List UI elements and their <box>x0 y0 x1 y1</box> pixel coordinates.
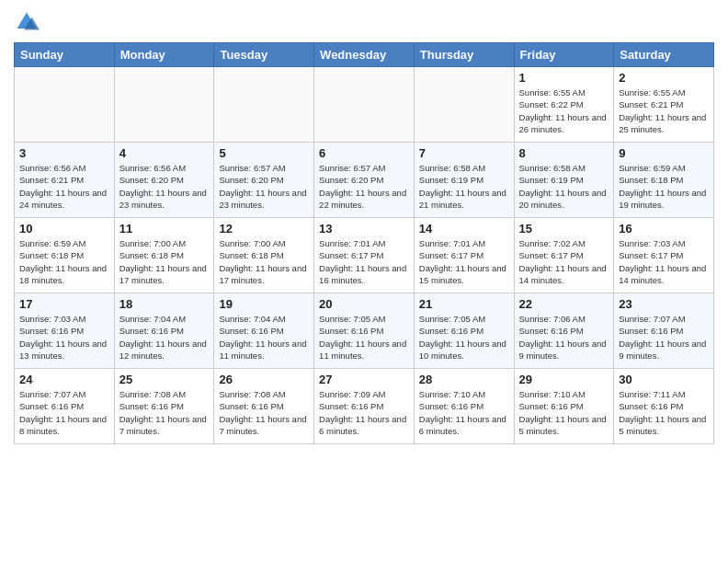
calendar-cell: 8Sunrise: 6:58 AM Sunset: 6:19 PM Daylig… <box>514 143 614 218</box>
calendar-cell: 29Sunrise: 7:10 AM Sunset: 6:16 PM Dayli… <box>514 369 614 444</box>
calendar-cell: 17Sunrise: 7:03 AM Sunset: 6:16 PM Dayli… <box>15 293 115 369</box>
calendar-header-row: SundayMondayTuesdayWednesdayThursdayFrid… <box>15 43 714 67</box>
calendar-cell: 24Sunrise: 7:07 AM Sunset: 6:16 PM Dayli… <box>15 369 115 444</box>
day-info: Sunrise: 6:57 AM Sunset: 6:20 PM Dayligh… <box>219 162 309 211</box>
calendar-cell: 10Sunrise: 6:59 AM Sunset: 6:18 PM Dayli… <box>15 218 115 293</box>
day-info: Sunrise: 7:00 AM Sunset: 6:18 PM Dayligh… <box>119 237 210 286</box>
day-number: 16 <box>619 222 709 236</box>
calendar-cell: 13Sunrise: 7:01 AM Sunset: 6:17 PM Dayli… <box>314 218 415 293</box>
day-info: Sunrise: 7:07 AM Sunset: 6:16 PM Dayligh… <box>619 313 709 362</box>
calendar-cell <box>314 67 415 143</box>
day-info: Sunrise: 7:10 AM Sunset: 6:16 PM Dayligh… <box>519 388 609 437</box>
calendar-cell: 27Sunrise: 7:09 AM Sunset: 6:16 PM Dayli… <box>314 369 415 444</box>
calendar-cell: 18Sunrise: 7:04 AM Sunset: 6:16 PM Dayli… <box>114 293 214 369</box>
calendar-header-thursday: Thursday <box>414 43 514 67</box>
calendar-header-monday: Monday <box>114 43 214 67</box>
day-number: 23 <box>619 297 709 311</box>
calendar-cell: 4Sunrise: 6:56 AM Sunset: 6:20 PM Daylig… <box>114 143 214 218</box>
day-info: Sunrise: 7:08 AM Sunset: 6:16 PM Dayligh… <box>119 388 210 437</box>
day-info: Sunrise: 7:05 AM Sunset: 6:16 PM Dayligh… <box>419 313 509 362</box>
day-number: 11 <box>119 222 210 236</box>
day-info: Sunrise: 7:00 AM Sunset: 6:18 PM Dayligh… <box>219 237 309 286</box>
day-info: Sunrise: 6:55 AM Sunset: 6:21 PM Dayligh… <box>619 86 709 135</box>
calendar-week-3: 10Sunrise: 6:59 AM Sunset: 6:18 PM Dayli… <box>15 218 714 293</box>
calendar-week-4: 17Sunrise: 7:03 AM Sunset: 6:16 PM Dayli… <box>15 293 714 369</box>
day-info: Sunrise: 7:08 AM Sunset: 6:16 PM Dayligh… <box>219 388 309 437</box>
day-number: 3 <box>19 146 109 160</box>
day-number: 21 <box>419 297 509 311</box>
calendar-cell: 21Sunrise: 7:05 AM Sunset: 6:16 PM Dayli… <box>414 293 514 369</box>
calendar-cell: 19Sunrise: 7:04 AM Sunset: 6:16 PM Dayli… <box>214 293 314 369</box>
day-info: Sunrise: 6:56 AM Sunset: 6:20 PM Dayligh… <box>119 162 210 211</box>
day-info: Sunrise: 7:06 AM Sunset: 6:16 PM Dayligh… <box>519 313 609 362</box>
day-number: 8 <box>519 146 609 160</box>
calendar-cell <box>114 67 214 143</box>
day-info: Sunrise: 6:56 AM Sunset: 6:21 PM Dayligh… <box>19 162 109 211</box>
day-info: Sunrise: 7:11 AM Sunset: 6:16 PM Dayligh… <box>619 388 709 437</box>
day-number: 7 <box>419 146 509 160</box>
day-number: 25 <box>119 373 210 386</box>
calendar-cell: 1Sunrise: 6:55 AM Sunset: 6:22 PM Daylig… <box>514 67 614 143</box>
day-number: 20 <box>319 297 409 311</box>
day-info: Sunrise: 7:04 AM Sunset: 6:16 PM Dayligh… <box>219 313 309 362</box>
day-number: 6 <box>319 146 409 160</box>
calendar-cell: 11Sunrise: 7:00 AM Sunset: 6:18 PM Dayli… <box>114 218 214 293</box>
calendar-header-sunday: Sunday <box>15 43 115 67</box>
day-number: 19 <box>219 297 309 311</box>
calendar-header-wednesday: Wednesday <box>314 43 415 67</box>
page-container: SundayMondayTuesdayWednesdayThursdayFrid… <box>0 0 728 454</box>
calendar-cell: 5Sunrise: 6:57 AM Sunset: 6:20 PM Daylig… <box>214 143 314 218</box>
day-number: 24 <box>19 373 109 386</box>
header <box>14 9 714 35</box>
day-info: Sunrise: 7:03 AM Sunset: 6:17 PM Dayligh… <box>619 237 709 286</box>
day-number: 1 <box>519 71 609 85</box>
calendar-cell: 28Sunrise: 7:10 AM Sunset: 6:16 PM Dayli… <box>414 369 514 444</box>
day-number: 17 <box>19 297 109 311</box>
calendar-week-5: 24Sunrise: 7:07 AM Sunset: 6:16 PM Dayli… <box>15 369 714 444</box>
day-info: Sunrise: 7:01 AM Sunset: 6:17 PM Dayligh… <box>319 237 409 286</box>
day-number: 5 <box>219 146 309 160</box>
day-number: 13 <box>319 222 409 236</box>
day-info: Sunrise: 6:57 AM Sunset: 6:20 PM Dayligh… <box>319 162 409 211</box>
calendar-cell <box>214 67 314 143</box>
calendar-cell: 16Sunrise: 7:03 AM Sunset: 6:17 PM Dayli… <box>614 218 714 293</box>
day-info: Sunrise: 6:58 AM Sunset: 6:19 PM Dayligh… <box>419 162 509 211</box>
calendar-cell: 22Sunrise: 7:06 AM Sunset: 6:16 PM Dayli… <box>514 293 614 369</box>
calendar-cell: 9Sunrise: 6:59 AM Sunset: 6:18 PM Daylig… <box>614 143 714 218</box>
calendar-cell: 15Sunrise: 7:02 AM Sunset: 6:17 PM Dayli… <box>514 218 614 293</box>
day-info: Sunrise: 6:59 AM Sunset: 6:18 PM Dayligh… <box>619 162 709 211</box>
day-info: Sunrise: 7:03 AM Sunset: 6:16 PM Dayligh… <box>19 313 109 362</box>
day-number: 14 <box>419 222 509 236</box>
day-info: Sunrise: 7:09 AM Sunset: 6:16 PM Dayligh… <box>319 388 409 437</box>
day-info: Sunrise: 7:01 AM Sunset: 6:17 PM Dayligh… <box>419 237 509 286</box>
calendar-header-friday: Friday <box>514 43 614 67</box>
day-info: Sunrise: 6:55 AM Sunset: 6:22 PM Dayligh… <box>519 86 609 135</box>
day-info: Sunrise: 6:58 AM Sunset: 6:19 PM Dayligh… <box>519 162 609 211</box>
day-number: 2 <box>619 71 709 85</box>
calendar-cell: 3Sunrise: 6:56 AM Sunset: 6:21 PM Daylig… <box>15 143 115 218</box>
day-number: 22 <box>519 297 609 311</box>
logo-icon <box>14 9 40 35</box>
calendar-cell: 20Sunrise: 7:05 AM Sunset: 6:16 PM Dayli… <box>314 293 415 369</box>
day-info: Sunrise: 7:02 AM Sunset: 6:17 PM Dayligh… <box>519 237 609 286</box>
day-info: Sunrise: 7:10 AM Sunset: 6:16 PM Dayligh… <box>419 388 509 437</box>
calendar-cell: 2Sunrise: 6:55 AM Sunset: 6:21 PM Daylig… <box>614 67 714 143</box>
calendar-cell: 26Sunrise: 7:08 AM Sunset: 6:16 PM Dayli… <box>214 369 314 444</box>
calendar-cell: 6Sunrise: 6:57 AM Sunset: 6:20 PM Daylig… <box>314 143 415 218</box>
calendar-header-tuesday: Tuesday <box>214 43 314 67</box>
day-info: Sunrise: 7:04 AM Sunset: 6:16 PM Dayligh… <box>119 313 210 362</box>
day-number: 15 <box>519 222 609 236</box>
day-info: Sunrise: 6:59 AM Sunset: 6:18 PM Dayligh… <box>19 237 109 286</box>
calendar-cell: 30Sunrise: 7:11 AM Sunset: 6:16 PM Dayli… <box>614 369 714 444</box>
day-number: 30 <box>619 373 709 386</box>
day-number: 18 <box>119 297 210 311</box>
day-number: 12 <box>219 222 309 236</box>
calendar-cell: 12Sunrise: 7:00 AM Sunset: 6:18 PM Dayli… <box>214 218 314 293</box>
calendar-cell <box>414 67 514 143</box>
day-number: 27 <box>319 373 409 386</box>
calendar-week-2: 3Sunrise: 6:56 AM Sunset: 6:21 PM Daylig… <box>15 143 714 218</box>
day-number: 26 <box>219 373 309 386</box>
logo <box>14 9 43 35</box>
calendar-week-1: 1Sunrise: 6:55 AM Sunset: 6:22 PM Daylig… <box>15 67 714 143</box>
calendar-cell: 14Sunrise: 7:01 AM Sunset: 6:17 PM Dayli… <box>414 218 514 293</box>
